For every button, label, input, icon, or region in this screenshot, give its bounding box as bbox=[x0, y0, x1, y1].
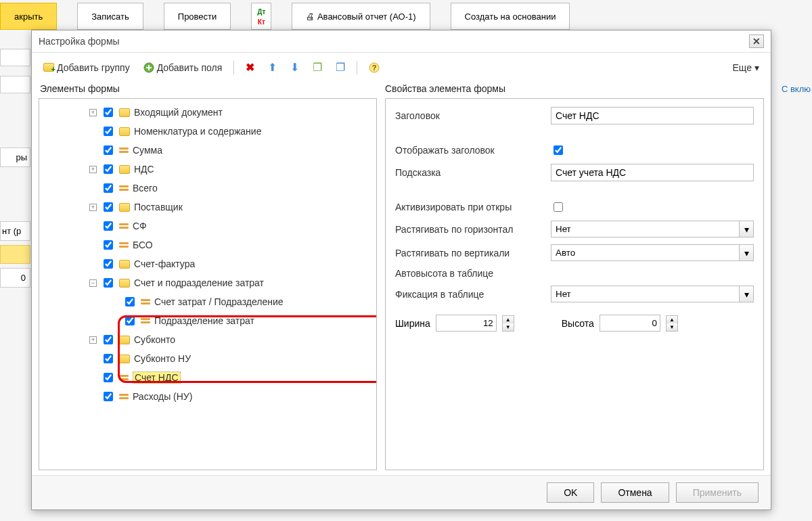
bg-dtkt-button[interactable]: ДтКт bbox=[251, 3, 271, 30]
bg-post-button[interactable]: Провести bbox=[164, 3, 231, 30]
form-settings-modal: Настройка формы ✕ + Добавить группу Доба… bbox=[31, 30, 771, 32]
bg-write-button[interactable]: Записать bbox=[77, 3, 143, 30]
bg-close-button[interactable]: акрыть bbox=[0, 3, 57, 30]
bg-report-button[interactable]: 🖨 Авансовый отчет (АО-1) bbox=[292, 3, 430, 30]
bg-create-based-button[interactable]: Создать на основании bbox=[451, 3, 570, 30]
